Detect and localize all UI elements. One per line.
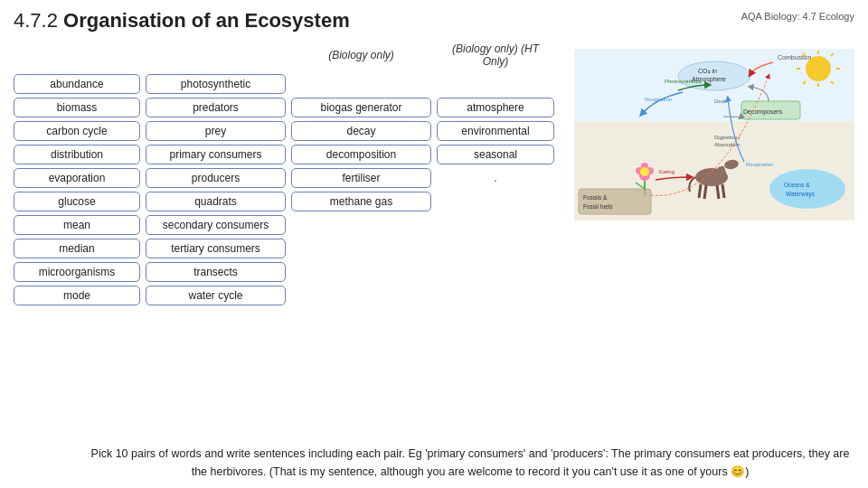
vocab-item-empty	[291, 74, 431, 94]
svg-text:CO₂ in: CO₂ in	[698, 68, 717, 74]
svg-line-33	[717, 185, 719, 199]
carbon-cycle-diagram: Combustion CO₂ in Atmosphere Decomposers…	[574, 49, 854, 221]
vocab-item: biogas generator	[291, 98, 431, 117]
right-section: Combustion CO₂ in Atmosphere Decomposers…	[556, 40, 854, 305]
svg-text:Eating: Eating	[659, 169, 675, 174]
vocab-item-empty	[291, 286, 431, 305]
vocab-item-empty	[437, 286, 554, 305]
svg-line-31	[699, 184, 701, 198]
vocab-item: quadrats	[146, 192, 286, 211]
svg-line-34	[722, 184, 724, 198]
vocab-item-empty	[437, 215, 554, 235]
vocab-item: median	[14, 239, 140, 258]
title-main: Organisation of an Ecosystem	[63, 9, 350, 32]
vocab-item: transects	[146, 262, 286, 282]
vocab-item-empty	[291, 215, 431, 235]
vocab-item: glucose	[14, 192, 140, 211]
header: 4.7.2 Organisation of an Ecosystem AQA B…	[14, 9, 854, 33]
svg-line-32	[704, 185, 706, 199]
vocab-item: microorganisms	[14, 262, 140, 282]
vocab-item-empty	[437, 262, 554, 282]
vocab-item: atmosphere	[437, 98, 554, 117]
svg-text:Respiration: Respiration	[746, 162, 773, 167]
vocab-item: evaporation	[14, 168, 140, 188]
vocab-item-tertiary-consumers: tertiary consumers	[146, 239, 286, 258]
col3-header: (Biology only)	[291, 40, 431, 70]
col2-header	[146, 40, 286, 70]
footer-content: Pick 10 pairs of words and write sentenc…	[91, 447, 850, 477]
vocab-item: water cycle	[146, 286, 286, 305]
vocab-item: biomass	[14, 98, 140, 117]
vocab-item-empty	[437, 239, 554, 258]
vocab-item: predators	[146, 98, 286, 117]
col1-header	[14, 40, 140, 70]
footer-text: Pick 10 pairs of words and write sentenc…	[90, 446, 850, 481]
svg-text:Photosynthesis: Photosynthesis	[665, 79, 702, 84]
vocab-item-empty	[437, 74, 554, 94]
svg-text:Decomposers: Decomposers	[743, 108, 783, 116]
title-prefix: 4.7.2	[14, 9, 58, 32]
vocab-item: environmental	[437, 121, 554, 141]
vocab-item: carbon cycle	[14, 121, 140, 141]
vocab-item: decomposition	[291, 145, 431, 164]
page-title: 4.7.2 Organisation of an Ecosystem	[14, 9, 350, 33]
page: 4.7.2 Organisation of an Ecosystem AQA B…	[0, 0, 868, 488]
vocab-item: fertiliser	[291, 168, 431, 188]
svg-text:Death: Death	[714, 99, 729, 104]
svg-text:Digestion /: Digestion /	[714, 135, 741, 140]
vocab-item-empty: .	[437, 168, 554, 188]
svg-point-38	[769, 169, 845, 209]
col4-header: (Biology only) (HT Only)	[437, 40, 554, 70]
vocab-item: secondary consumers	[146, 215, 286, 235]
vocab-section: (Biology only) (Biology only) (HT Only) …	[14, 40, 547, 305]
svg-rect-35	[579, 189, 651, 214]
vocab-item-empty	[291, 262, 431, 282]
vocab-item: distribution	[14, 145, 140, 164]
vocab-item: mean	[14, 215, 140, 235]
vocab-item-empty	[437, 192, 554, 211]
vocab-item: abundance	[14, 74, 140, 94]
svg-text:Fossil fuels: Fossil fuels	[583, 203, 613, 210]
svg-text:Oceans &: Oceans &	[784, 182, 810, 188]
svg-text:Combustion: Combustion	[778, 54, 811, 61]
svg-point-25	[640, 167, 649, 176]
vocab-item: methane gas	[291, 192, 431, 211]
vocab-item: decay	[291, 121, 431, 141]
svg-text:Respiration: Respiration	[645, 97, 672, 102]
vocab-item: photosynthetic	[146, 74, 286, 94]
subtitle: AQA Biology: 4.7 Ecology	[741, 11, 854, 22]
content-area: (Biology only) (Biology only) (HT Only) …	[14, 40, 854, 305]
vocab-item-empty	[291, 239, 431, 258]
diagram-area: Combustion CO₂ in Atmosphere Decomposers…	[574, 49, 854, 221]
vocab-item: mode	[14, 286, 140, 305]
vocab-item: primary consumers	[146, 145, 286, 164]
vocab-item: prey	[146, 121, 286, 141]
svg-text:Fossils &: Fossils &	[583, 194, 608, 201]
svg-text:Waterways: Waterways	[786, 191, 816, 198]
vocab-item: seasonal	[437, 145, 554, 164]
vocab-grid: (Biology only) (Biology only) (HT Only) …	[14, 40, 547, 305]
vocab-item: producers	[146, 168, 286, 188]
